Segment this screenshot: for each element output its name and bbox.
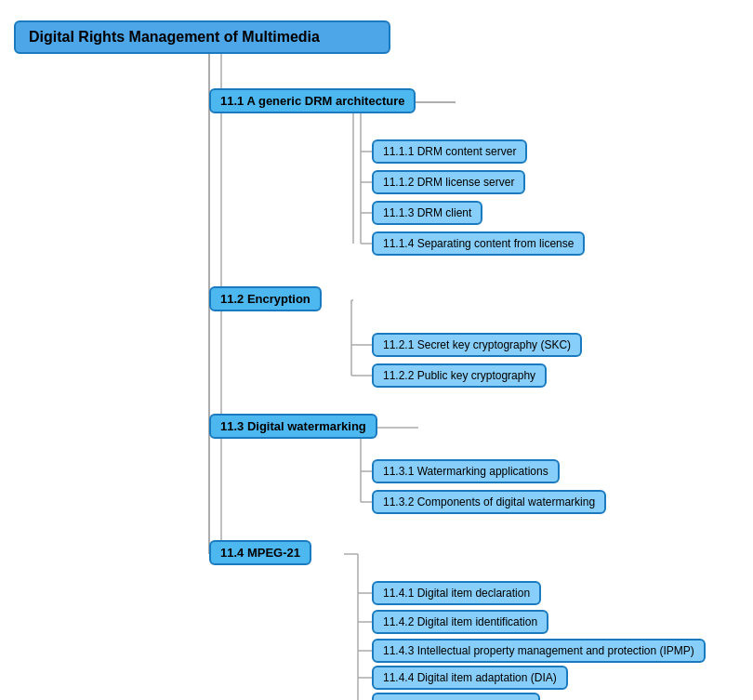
node-11-4-3: 11.4.3 Intellectual property management … — [372, 639, 706, 663]
node-11-4-2-label: 11.4.2 Digital item identification — [383, 615, 537, 628]
node-11-4-1-label: 11.4.1 Digital item declaration — [383, 587, 530, 600]
mindmap-diagram: Digital Rights Management of Multimedia … — [9, 9, 744, 688]
node-11-3-2: 11.3.2 Components of digital watermarkin… — [372, 490, 606, 514]
node-11-4: 11.4 MPEG-21 — [209, 540, 311, 565]
node-11-3-1-label: 11.3.1 Watermarking applications — [383, 465, 548, 478]
node-11-4-2: 11.4.2 Digital item identification — [372, 610, 548, 634]
node-11-1-2: 11.1.2 DRM license server — [372, 170, 525, 194]
node-11-1-1-label: 11.1.1 DRM content server — [383, 145, 516, 158]
node-11-2-label: 11.2 Encryption — [220, 292, 310, 306]
node-11-1-3-label: 11.1.3 DRM client — [383, 206, 471, 219]
node-11-3-1: 11.3.1 Watermarking applications — [372, 459, 560, 483]
node-11-2-1: 11.2.1 Secret key cryptography (SKC) — [372, 333, 582, 357]
node-11-1-4-label: 11.1.4 Separating content from license — [383, 237, 574, 250]
node-11-3-label: 11.3 Digital watermarking — [220, 419, 366, 433]
node-11-1-1: 11.1.1 DRM content server — [372, 139, 527, 164]
node-11-4-label: 11.4 MPEG-21 — [220, 546, 300, 560]
node-11-1-label: 11.1 A generic DRM architecture — [220, 94, 404, 108]
node-11-2-1-label: 11.2.1 Secret key cryptography (SKC) — [383, 338, 571, 351]
node-11-1-2-label: 11.1.2 DRM license server — [383, 176, 514, 189]
node-11-1: 11.1 A generic DRM architecture — [209, 88, 416, 113]
node-11-1-3: 11.1.3 DRM client — [372, 201, 482, 225]
node-11-4-5: 11.4.5 Digital item processing — [372, 693, 540, 700]
node-11-1-4: 11.1.4 Separating content from license — [372, 231, 585, 256]
node-11-4-4-label: 11.4.4 Digital item adaptation (DIA) — [383, 671, 557, 684]
node-11-4-3-label: 11.4.3 Intellectual property management … — [383, 644, 694, 657]
node-11-4-1: 11.4.1 Digital item declaration — [372, 581, 541, 605]
node-11-3: 11.3 Digital watermarking — [209, 414, 377, 439]
node-11-2-2: 11.2.2 Public key cryptography — [372, 363, 547, 388]
root-label: Digital Rights Management of Multimedia — [29, 29, 320, 46]
node-11-4-4: 11.4.4 Digital item adaptation (DIA) — [372, 666, 568, 690]
node-11-2-2-label: 11.2.2 Public key cryptography — [383, 369, 535, 382]
root-node: Digital Rights Management of Multimedia — [14, 20, 390, 54]
node-11-2: 11.2 Encryption — [209, 286, 322, 311]
node-11-3-2-label: 11.3.2 Components of digital watermarkin… — [383, 495, 595, 508]
